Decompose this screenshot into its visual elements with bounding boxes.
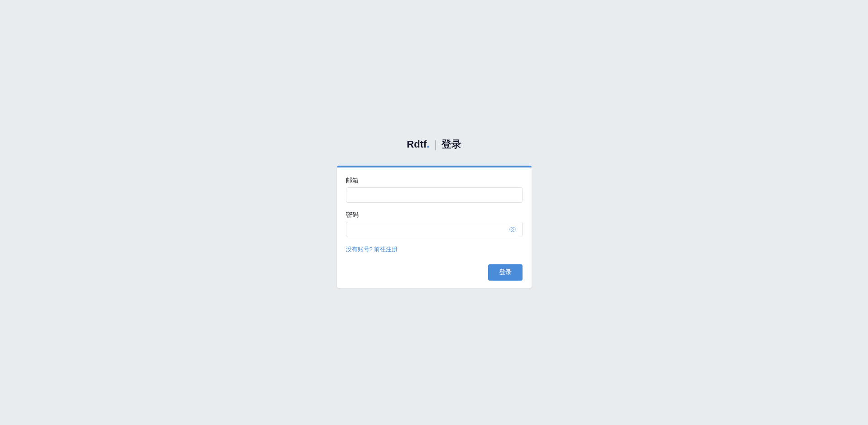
- login-card: 邮箱 密码 没有账号? 前往注册 登录: [337, 166, 532, 288]
- email-form-group: 邮箱: [346, 177, 523, 203]
- toggle-password-visibility-button[interactable]: [507, 224, 518, 235]
- brand-logo: Rdtf.: [407, 138, 429, 150]
- header-title: Rdtf. | 登录: [407, 138, 461, 151]
- button-row: 登录: [346, 264, 523, 281]
- password-input[interactable]: [346, 222, 523, 237]
- register-link[interactable]: 没有账号? 前往注册: [346, 245, 523, 253]
- brand-name: Rdtf: [407, 138, 427, 150]
- login-container: Rdtf. | 登录 邮箱 密码 没有账号? 前往注册: [328, 129, 541, 297]
- password-form-group: 密码: [346, 211, 523, 237]
- brand-dot: .: [427, 138, 429, 150]
- eye-icon: [509, 226, 516, 233]
- login-button[interactable]: 登录: [488, 264, 523, 281]
- email-input[interactable]: [346, 187, 523, 203]
- page-header: Rdtf. | 登录: [337, 138, 532, 151]
- password-label: 密码: [346, 211, 523, 219]
- email-label: 邮箱: [346, 177, 523, 185]
- page-name: 登录: [441, 138, 461, 151]
- password-wrapper: [346, 222, 523, 237]
- title-divider: |: [434, 138, 436, 151]
- svg-point-0: [512, 229, 513, 230]
